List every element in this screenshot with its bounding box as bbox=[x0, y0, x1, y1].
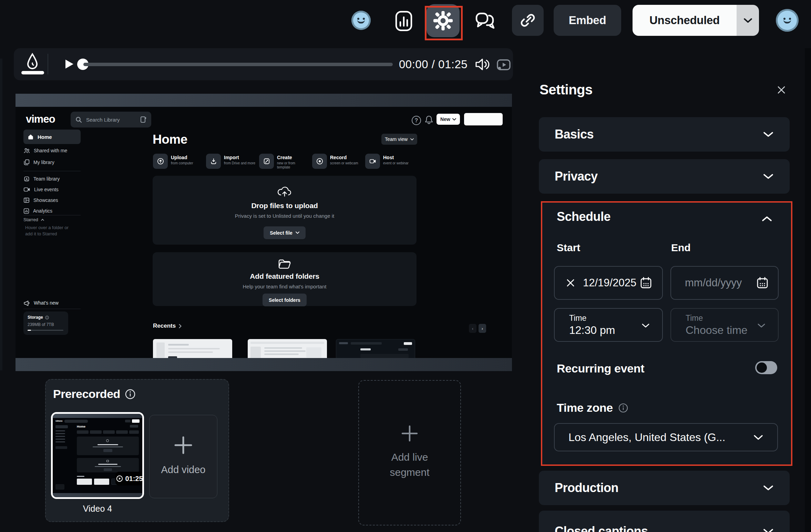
sidebar-item-whats-new: What's new bbox=[23, 298, 82, 308]
sidebar-starred-header: Starred bbox=[23, 217, 44, 222]
search-icon bbox=[75, 116, 82, 123]
chevron-down-icon bbox=[743, 18, 752, 23]
storage-progress bbox=[28, 330, 63, 331]
play-button[interactable] bbox=[65, 60, 73, 69]
end-time-placeholder: Choose time bbox=[686, 324, 748, 337]
calendar-icon[interactable] bbox=[757, 277, 768, 289]
play-circle-icon bbox=[116, 475, 123, 482]
close-icon bbox=[777, 85, 786, 95]
sidebar-item-team-library: Team library bbox=[23, 174, 82, 184]
chevron-up-icon bbox=[41, 219, 44, 221]
player-bar: 00:00 / 01:25 bbox=[14, 48, 513, 80]
video-bottom-band bbox=[16, 358, 512, 371]
schedule-status-label: Unscheduled bbox=[649, 14, 720, 27]
clear-date-icon[interactable] bbox=[566, 278, 575, 288]
add-live-segment-button[interactable]: Add live segment bbox=[358, 380, 461, 525]
info-icon[interactable] bbox=[125, 389, 135, 399]
video-preview[interactable]: vimeo Search Library ? New Home bbox=[16, 94, 512, 371]
volume-button[interactable] bbox=[475, 57, 490, 72]
paste-icon bbox=[140, 116, 146, 123]
schedule-status-dropdown[interactable] bbox=[737, 5, 759, 36]
chevron-down-icon bbox=[452, 118, 456, 121]
seek-track[interactable] bbox=[83, 63, 393, 66]
video-thumbnail-card[interactable]: vimeo Home bbox=[51, 412, 144, 499]
add-video-button[interactable]: Add video bbox=[149, 415, 217, 498]
schedule-status-split-button[interactable]: Unscheduled bbox=[633, 5, 759, 36]
mini-vimeo-logo: vimeo bbox=[55, 420, 62, 422]
bar-chart-icon bbox=[395, 10, 413, 32]
chat-button[interactable] bbox=[475, 10, 497, 32]
divider bbox=[48, 54, 48, 74]
create-icon bbox=[259, 154, 274, 169]
current-time: 00:00 bbox=[399, 58, 428, 71]
copy-link-button[interactable] bbox=[512, 5, 544, 36]
analytics-button[interactable] bbox=[395, 10, 413, 32]
video-camera-icon bbox=[23, 187, 30, 192]
chevron-up-icon[interactable] bbox=[761, 216, 772, 222]
accordion-production[interactable]: Production bbox=[539, 471, 790, 505]
featured-folders-title: Add featured folders bbox=[153, 272, 417, 280]
time-display: 00:00 / 01:25 bbox=[399, 58, 468, 71]
branding-color-tool[interactable] bbox=[26, 53, 39, 69]
video-top-band bbox=[16, 94, 512, 107]
folder-icon bbox=[153, 258, 417, 269]
settings-annotation-red-box bbox=[425, 6, 463, 40]
user-avatar[interactable] bbox=[776, 9, 799, 32]
sidebar-item-showcases: Showcases bbox=[23, 195, 82, 205]
chevron-down-icon bbox=[296, 232, 299, 234]
storage-value: 239MB of 7TB bbox=[28, 322, 64, 327]
prerecorded-header: Prerecorded bbox=[53, 387, 135, 401]
upload-icon bbox=[153, 154, 168, 169]
plus-icon bbox=[401, 425, 418, 442]
chevron-right-icon bbox=[179, 324, 182, 328]
recents-header: Recents bbox=[153, 323, 182, 329]
pip-button[interactable] bbox=[496, 59, 511, 72]
add-live-segment-label-line2: segment bbox=[390, 465, 429, 480]
timezone-label: Time zone bbox=[557, 401, 628, 415]
mini-home-title: Home bbox=[77, 425, 85, 428]
chevron-down-icon bbox=[763, 173, 774, 180]
end-time-dropdown[interactable]: Time Choose time bbox=[670, 308, 779, 342]
accordion-schedule[interactable]: Schedule bbox=[557, 209, 610, 224]
smiley-face-icon bbox=[781, 15, 793, 25]
info-icon bbox=[45, 316, 49, 319]
speaker-icon bbox=[475, 57, 490, 72]
schedule-status-button[interactable]: Unscheduled bbox=[633, 5, 737, 36]
settings-close-button[interactable] bbox=[777, 85, 786, 95]
presence-avatar bbox=[351, 11, 371, 30]
chevron-down-icon bbox=[753, 434, 763, 440]
team-view-button: Team view bbox=[381, 134, 417, 145]
dropzone-panel: Drop files to upload Privacy is set to U… bbox=[153, 176, 417, 245]
select-folders-button: Select folders bbox=[263, 294, 307, 306]
chevron-down-icon bbox=[757, 323, 766, 328]
picture-in-picture-icon bbox=[496, 59, 511, 72]
recurring-event-toggle[interactable] bbox=[755, 361, 777, 374]
start-date-value: 12/19/2025 bbox=[583, 277, 636, 289]
new-button: New bbox=[437, 114, 460, 125]
accordion-closed-captions[interactable]: Closed captions bbox=[539, 511, 790, 532]
end-date-input[interactable]: mm/dd/yyyy bbox=[670, 266, 779, 300]
embed-button[interactable]: Embed bbox=[554, 5, 621, 36]
featured-folders-panel: Add featured folders Help your team find… bbox=[153, 252, 417, 306]
time-label: Time bbox=[569, 314, 586, 323]
chevron-down-icon bbox=[763, 485, 774, 491]
sidebar-item-live-events: Live events bbox=[23, 184, 82, 195]
import-icon bbox=[206, 154, 221, 169]
prerecorded-panel: Prerecorded vimeo Home bbox=[45, 379, 229, 522]
featured-folders-subtitle: Help your team find what's important bbox=[153, 284, 417, 289]
tooltip-placeholder bbox=[464, 113, 503, 125]
cloud-upload-icon bbox=[153, 185, 417, 197]
accordion-privacy[interactable]: Privacy bbox=[539, 159, 790, 194]
calendar-icon[interactable] bbox=[640, 277, 652, 289]
sidebar-item-home: Home bbox=[23, 130, 81, 144]
megaphone-icon bbox=[23, 300, 30, 306]
sidebar-item-my-library: My library bbox=[23, 157, 82, 167]
start-label: Start bbox=[557, 242, 580, 254]
scrollbar-track[interactable] bbox=[805, 48, 811, 532]
action-card-create: Create new or from template bbox=[259, 154, 309, 170]
timezone-dropdown[interactable]: Los Angeles, United States (G... bbox=[554, 423, 778, 451]
accordion-basics[interactable]: Basics bbox=[539, 117, 790, 152]
start-time-dropdown[interactable]: Time 12:30 pm bbox=[554, 308, 663, 342]
info-icon[interactable] bbox=[618, 403, 628, 413]
start-date-input[interactable]: 12/19/2025 bbox=[554, 266, 663, 300]
